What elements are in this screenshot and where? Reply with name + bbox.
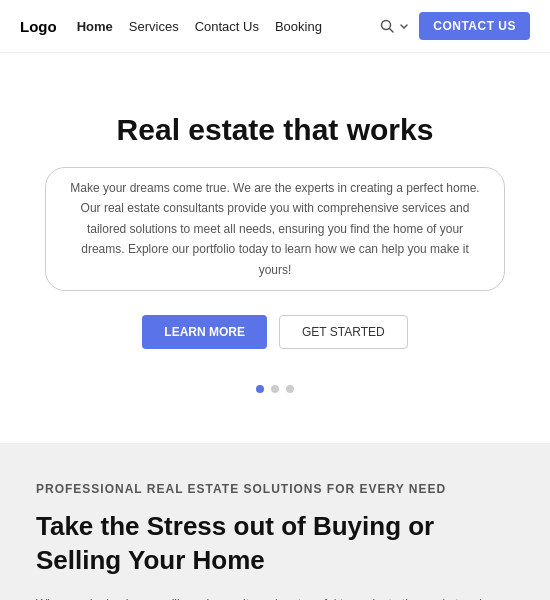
hero-title: Real estate that works [40,113,510,147]
hero-description: Make your dreams come true. We are the e… [45,167,505,291]
nav-link-booking[interactable]: Booking [275,19,322,34]
dot-2[interactable] [271,385,279,393]
dot-1[interactable] [256,385,264,393]
nav-link-contact[interactable]: Contact Us [195,19,259,34]
hero-section: Real estate that works Make your dreams … [0,53,550,443]
section2-title: Take the Stress out of Buying or Selling… [36,510,514,578]
learn-more-button[interactable]: LEARN MORE [142,315,267,349]
contact-us-button[interactable]: CONTACT US [419,12,530,40]
section2-subtitle: PROFESSIONAL REAL ESTATE SOLUTIONS FOR E… [36,479,514,500]
nav-link-home[interactable]: Home [77,19,113,34]
get-started-button[interactable]: GET STARTED [279,315,408,349]
search-icon[interactable] [380,19,409,33]
stress-section: PROFESSIONAL REAL ESTATE SOLUTIONS FOR E… [0,443,550,600]
section2-body: When you're buying or selling a home, it… [36,594,514,600]
nav-left: Logo Home Services Contact Us Booking [20,18,322,35]
nav-links: Home Services Contact Us Booking [77,19,322,34]
carousel-dots [40,385,510,393]
nav-logo: Logo [20,18,57,35]
nav-right: CONTACT US [380,12,530,40]
nav-link-services[interactable]: Services [129,19,179,34]
hero-buttons: LEARN MORE GET STARTED [40,315,510,349]
navbar: Logo Home Services Contact Us Booking CO… [0,0,550,53]
dot-3[interactable] [286,385,294,393]
svg-line-1 [390,29,394,33]
